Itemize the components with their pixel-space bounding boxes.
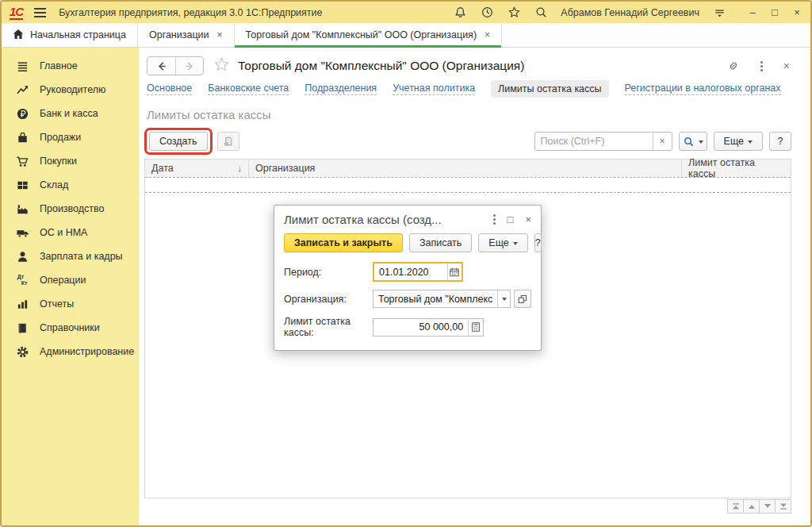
organization-input[interactable]	[373, 290, 497, 307]
tab-organizations[interactable]: Организации ×	[138, 23, 235, 47]
create-by-copy-button[interactable]	[217, 132, 239, 151]
sidebar-item-bank-kassa[interactable]: Банк и касса	[2, 102, 139, 125]
global-search-icon[interactable]	[534, 6, 548, 20]
cart-icon	[15, 154, 29, 168]
open-organization-button[interactable]	[514, 290, 531, 308]
go-up-button[interactable]	[743, 499, 760, 514]
go-down-button[interactable]	[759, 499, 776, 514]
favorite-star-icon[interactable]	[213, 56, 230, 75]
field-row-organization: Организация:	[274, 286, 541, 312]
form-nav-links: Основное Банковские счета Подразделения …	[139, 78, 810, 100]
sidebar-item-otchety[interactable]: Отчеты	[2, 292, 139, 316]
tabbar: Начальная страница Организации × Торговы…	[2, 23, 810, 48]
close-form-icon[interactable]: ×	[783, 60, 790, 72]
favorites-star-icon[interactable]	[507, 6, 521, 20]
go-first-button[interactable]	[727, 499, 744, 514]
back-button[interactable]	[147, 57, 175, 75]
close-window-icon[interactable]: ×	[791, 6, 802, 18]
forward-button[interactable]	[175, 57, 203, 75]
table-header: Дата ↓ Организация Лимит остатка кассы	[145, 160, 791, 177]
tab-close-icon[interactable]: ×	[485, 29, 490, 40]
gear-icon	[15, 344, 29, 359]
sidebar-item-prodazhi[interactable]: Продажи	[2, 125, 139, 149]
limit-label: Лимит остатка кассы:	[284, 316, 373, 338]
dialog-more-icon[interactable]	[493, 214, 496, 225]
column-header-limit[interactable]: Лимит остатка кассы	[681, 160, 791, 177]
calculator-icon[interactable]	[468, 319, 483, 336]
search-box: ×	[534, 132, 672, 151]
list-toolbar: Создать × Еще ?	[139, 125, 810, 157]
empty-new-row-placeholder	[145, 177, 791, 193]
minimize-icon[interactable]: –	[747, 6, 758, 18]
tab-trade-house[interactable]: Торговый дом "Комплексный" ООО (Организа…	[235, 23, 502, 47]
trend-arrow-icon	[15, 83, 29, 97]
sidebar-item-administrirovanie[interactable]: Администрирование	[2, 340, 139, 364]
column-header-organization[interactable]: Организация	[248, 160, 681, 177]
dialog-header: Лимит остатка кассы (созд... □ ×	[274, 206, 541, 229]
organization-dropdown-icon[interactable]	[497, 290, 510, 307]
limit-input[interactable]	[373, 319, 468, 336]
tab-organizations-label: Организации	[149, 29, 209, 40]
more-button[interactable]: Еще	[714, 132, 763, 151]
section-title: Лимиты остатка кассы	[139, 100, 810, 125]
tab-close-icon[interactable]: ×	[217, 29, 223, 40]
help-button[interactable]: ?	[769, 132, 791, 151]
truck-icon	[15, 225, 29, 240]
navlink-registracii[interactable]: Регистрации в налоговых органах	[625, 83, 781, 95]
sort-descending-icon: ↓	[238, 163, 243, 173]
period-field	[373, 262, 463, 282]
create-button[interactable]: Создать	[149, 132, 208, 151]
sidebar-item-spravochniki[interactable]: Справочники	[2, 316, 139, 340]
field-row-period: Период:	[274, 258, 541, 286]
app-title: Бухгалтерия предприятия, редакция 3.0 1С…	[59, 7, 322, 18]
sidebar-item-sklad[interactable]: Склад	[2, 173, 139, 197]
dialog-help-button[interactable]: ?	[534, 233, 542, 252]
save-and-close-button[interactable]: Записать и закрыть	[284, 233, 403, 252]
field-row-limit: Лимит остатка кассы:	[274, 312, 541, 342]
more-menu-icon[interactable]	[760, 61, 763, 71]
sidebar-item-os-nma[interactable]: ОС и НМА	[2, 221, 139, 244]
go-last-button[interactable]	[775, 499, 791, 514]
organization-field	[373, 290, 511, 308]
calendar-icon[interactable]	[447, 264, 462, 280]
sidebar-item-label: Администрирование	[40, 346, 134, 357]
sidebar-item-proizvodstvo[interactable]: Производство	[2, 197, 139, 221]
navlink-osnovnoe[interactable]: Основное	[147, 83, 192, 95]
get-link-icon[interactable]	[727, 60, 740, 72]
navlink-uchetnaya-politika[interactable]: Учетная политика	[393, 83, 475, 95]
bag-icon	[15, 130, 29, 144]
sidebar-item-label: Склад	[40, 179, 68, 190]
dialog-close-icon[interactable]: ×	[525, 213, 531, 225]
dialog-title: Лимит остатка кассы (созд...	[284, 213, 487, 226]
content-header: Торговый дом "Комплексный" ООО (Организа…	[139, 48, 810, 78]
dialog-maximize-icon[interactable]: □	[508, 213, 514, 225]
sidebar-item-label: Производство	[40, 203, 105, 214]
search-clear-icon[interactable]: ×	[653, 133, 672, 150]
menu-lines-icon	[15, 59, 29, 73]
sidebar-item-zarplata[interactable]: Зарплата и кадры	[2, 244, 139, 268]
person-icon	[15, 249, 29, 264]
sidebar-item-glavnoe[interactable]: Главное	[2, 54, 139, 78]
current-user[interactable]: Абрамов Геннадий Сергеевич	[561, 7, 699, 18]
column-header-date[interactable]: Дата ↓	[145, 160, 248, 177]
sidebar-item-label: Банк и касса	[40, 108, 98, 119]
sidebar-item-pokupki[interactable]: Покупки	[2, 149, 139, 173]
service-menu-icon[interactable]	[712, 6, 726, 20]
sidebar-item-operacii[interactable]: ДтКт Операции	[2, 268, 139, 292]
home-icon	[13, 29, 24, 42]
save-button[interactable]: Записать	[409, 233, 472, 252]
dialog-more-button[interactable]: Еще	[478, 233, 527, 252]
period-input[interactable]	[374, 264, 447, 280]
notifications-bell-icon[interactable]	[453, 6, 467, 20]
search-input[interactable]	[535, 133, 653, 150]
debit-credit-icon: ДтКт	[15, 273, 29, 287]
navlink-podrazdeleniya[interactable]: Подразделения	[304, 83, 377, 95]
navlink-bank-accounts[interactable]: Банковские счета	[208, 83, 289, 95]
sidebar-item-rukovoditelyu[interactable]: Руководителю	[2, 78, 139, 102]
maximize-icon[interactable]: □	[769, 6, 780, 18]
navlink-limity-kassy-active[interactable]: Лимиты остатка кассы	[491, 80, 608, 98]
find-button[interactable]	[679, 132, 707, 151]
tab-home[interactable]: Начальная страница	[2, 23, 138, 47]
main-menu-icon[interactable]	[34, 8, 46, 17]
history-icon[interactable]	[480, 6, 494, 20]
